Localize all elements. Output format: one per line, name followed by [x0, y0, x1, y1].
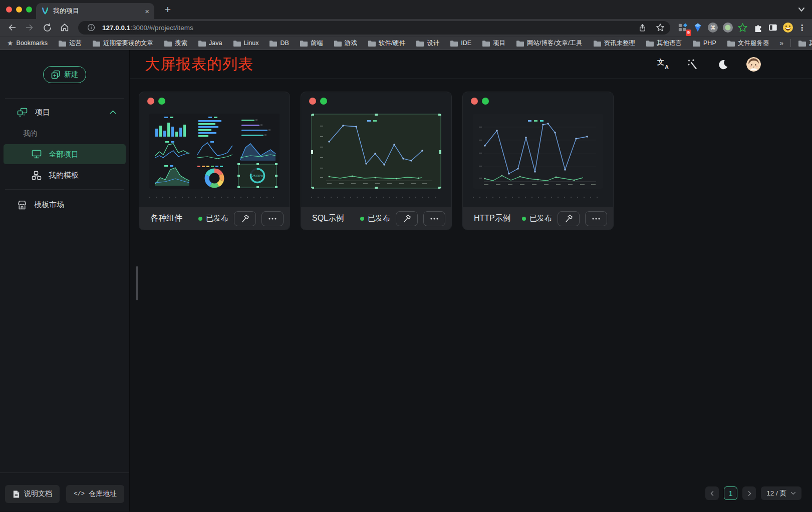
theme-wand-icon[interactable]: [686, 58, 699, 71]
more-options-button[interactable]: [585, 211, 607, 226]
project-card[interactable]: HTTP示例 已发布: [462, 92, 614, 230]
bookmark-folder[interactable]: 网站/博客/文章/工具: [516, 39, 582, 48]
macos-minimize-button[interactable]: [16, 7, 22, 13]
docs-button[interactable]: 说明文档: [5, 485, 60, 503]
bookmark-label: 资讯未整理: [604, 39, 636, 48]
current-page[interactable]: 1: [724, 486, 737, 500]
bookmark-folder[interactable]: IDE: [450, 40, 471, 47]
dark-mode-moon-icon[interactable]: [716, 58, 729, 71]
bookmark-folder[interactable]: 文件服务器: [727, 39, 769, 48]
macos-traffic-lights: [6, 7, 32, 13]
card-footer: 各种组件 已发布: [139, 207, 290, 230]
extensions-puzzle-icon[interactable]: [751, 21, 764, 35]
bookmark-label: 文件服务器: [738, 39, 769, 48]
extension-emoji-icon[interactable]: [781, 21, 794, 35]
language-icon[interactable]: 文 A: [657, 58, 669, 70]
bookmark-folder[interactable]: 前端: [300, 39, 323, 48]
prev-page-button[interactable]: [705, 486, 719, 500]
dotted-separator: [311, 197, 441, 198]
bookmark-star-icon[interactable]: [653, 22, 667, 34]
status-label: 已发布: [368, 214, 390, 223]
sidebar-section-projects[interactable]: 项目: [0, 102, 129, 123]
bookmark-folder[interactable]: Java: [198, 40, 222, 47]
tab-close-icon[interactable]: ×: [145, 8, 149, 15]
address-bar[interactable]: 127.0.0.1:3000/#/project/items: [78, 21, 670, 35]
hammer-icon: [240, 214, 249, 223]
site-info-icon[interactable]: [84, 22, 98, 34]
tab-search-icon[interactable]: [798, 5, 805, 14]
bookmarks-overflow-icon[interactable]: »: [779, 39, 783, 47]
language-icon-a: A: [665, 64, 669, 70]
extension-recorder-icon[interactable]: [721, 21, 734, 35]
bookmark-label: IDE: [461, 40, 471, 47]
project-thumbnail[interactable]: 25.00%: [149, 114, 280, 189]
bookmark-folder[interactable]: 其他语言: [646, 39, 682, 48]
card-dots: [147, 98, 165, 105]
bookmark-folder[interactable]: 软件/硬件: [368, 39, 405, 48]
edit-project-button[interactable]: [558, 211, 580, 226]
bookmark-folder[interactable]: 近期需要读的文章: [92, 39, 153, 48]
scrollbar-thumb[interactable]: [136, 266, 138, 300]
new-project-button[interactable]: 新建: [43, 66, 86, 83]
folder-icon: [692, 40, 700, 47]
url-path: :3000/#/project/items: [130, 24, 193, 32]
repo-button[interactable]: </> 仓库地址: [66, 485, 124, 503]
more-options-button[interactable]: [423, 211, 445, 226]
ellipsis-icon: [592, 217, 601, 220]
macos-zoom-button[interactable]: [26, 7, 32, 13]
browser-tab[interactable]: 我的项目 ×: [36, 3, 154, 19]
bookmark-folder[interactable]: 游戏: [334, 39, 357, 48]
bookmark-folder[interactable]: Linux: [233, 40, 259, 47]
bookmark-label: 前端: [311, 39, 323, 48]
sidebar-group-my: 我的: [0, 123, 129, 144]
macos-close-button[interactable]: [6, 7, 12, 13]
bookmark-folder[interactable]: 设计: [416, 39, 439, 48]
sidebar-toggle-icon[interactable]: [766, 21, 779, 35]
extension-command-icon[interactable]: ⌘: [706, 21, 719, 35]
bookmark-folder[interactable]: 运营: [58, 39, 82, 48]
bookmark-label: PHP: [703, 40, 716, 47]
bookmark-folder[interactable]: 项目: [482, 39, 505, 48]
status-dot-icon: [360, 217, 364, 221]
bookmark-folder[interactable]: 搜索: [164, 39, 187, 48]
project-card[interactable]: SQL示例 已发布: [301, 92, 452, 230]
reload-button[interactable]: [39, 21, 55, 35]
forward-button[interactable]: [22, 21, 38, 35]
sidebar-item-all-projects[interactable]: 全部项目: [4, 144, 126, 164]
extension-tabs-icon[interactable]: 9: [676, 21, 689, 35]
user-avatar[interactable]: [746, 57, 761, 72]
edit-project-button[interactable]: [396, 211, 418, 226]
bookmark-label: 软件/硬件: [379, 39, 405, 48]
extension-lantern-icon[interactable]: [691, 21, 704, 35]
dotted-separator: [473, 197, 603, 198]
bookmark-folder[interactable]: PHP: [692, 40, 716, 47]
more-options-button[interactable]: [261, 211, 284, 226]
home-button[interactable]: [57, 21, 73, 35]
status-label: 已发布: [529, 214, 552, 223]
extension-star-icon[interactable]: [736, 21, 749, 35]
store-icon: [17, 200, 27, 210]
other-bookmarks-folder[interactable]: 其他书签: [798, 39, 812, 48]
sidebar-item-template-market[interactable]: 模板市场: [4, 195, 126, 215]
share-icon[interactable]: [635, 22, 649, 34]
bookmark-folder[interactable]: 资讯未整理: [593, 39, 636, 48]
chevron-up-icon[interactable]: [110, 110, 116, 114]
bookmarks-manager[interactable]: ★ Bookmarks: [7, 40, 48, 47]
sidebar-item-my-templates[interactable]: 我的模板: [4, 165, 126, 185]
edit-project-button[interactable]: [234, 211, 256, 226]
project-status: 已发布: [360, 214, 390, 223]
project-thumbnail[interactable]: [311, 114, 441, 189]
next-page-button[interactable]: [742, 486, 756, 500]
code-icon: </>: [74, 490, 85, 497]
project-thumbnail[interactable]: [473, 114, 603, 189]
page-size-select[interactable]: 12 / 页: [761, 486, 801, 500]
back-button[interactable]: [4, 21, 20, 35]
new-tab-button[interactable]: +: [161, 3, 175, 17]
project-status: 已发布: [522, 214, 552, 223]
bookmarks-bar-right: » 其他书签: [779, 39, 812, 48]
sidebar-divider: [5, 189, 124, 190]
bookmark-label: 近期需要读的文章: [103, 39, 153, 48]
browser-menu-icon[interactable]: ⋮: [796, 23, 808, 33]
project-card[interactable]: 25.00% 各种组件 已发布: [139, 92, 290, 230]
bookmark-folder[interactable]: DB: [269, 40, 289, 47]
